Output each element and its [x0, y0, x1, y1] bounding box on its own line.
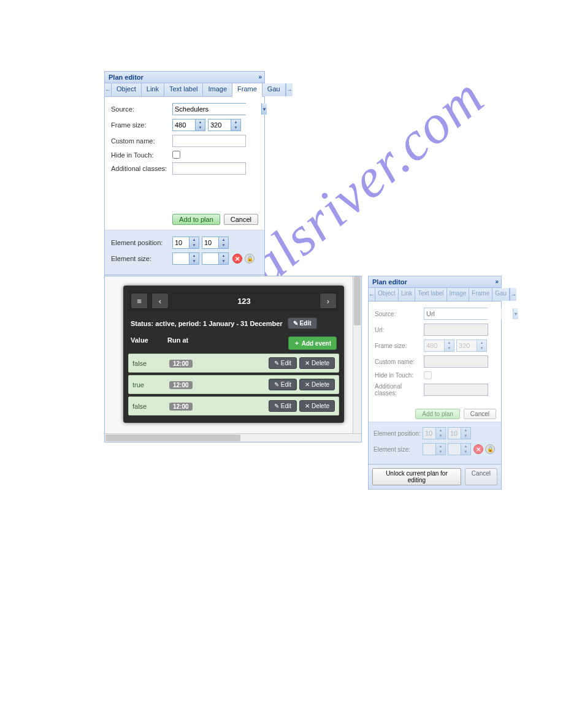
panel-header: Plan editor »	[105, 72, 264, 83]
edit-icon: ✎	[274, 360, 279, 366]
size-h-spinner[interactable]: ▲▼	[202, 252, 229, 265]
scroll-thumb[interactable]	[105, 434, 240, 441]
size-w-spinner: ▲▼	[423, 443, 446, 455]
tab-image[interactable]: Image	[203, 83, 232, 96]
row-delete-button[interactable]: ✕ Delete	[299, 379, 335, 390]
custom-name-input[interactable]	[172, 135, 246, 147]
tab-text-label[interactable]: Text label	[164, 83, 203, 96]
scheduler-row: false12:00✎ Edit✕ Delete	[128, 354, 339, 373]
lock-icon: 🔒	[485, 444, 495, 454]
prev-icon[interactable]: ‹	[151, 293, 169, 309]
tab-scroll-left-icon[interactable]: ←	[105, 83, 112, 96]
dropdown-icon: ▼	[513, 308, 518, 319]
custom-name-label: Custom name:	[375, 358, 424, 365]
add-event-button[interactable]: ＋Add event	[288, 336, 337, 350]
scheduler-row: false12:00✎ Edit✕ Delete	[128, 396, 339, 415]
collapse-icon[interactable]: »	[258, 74, 262, 80]
row-delete-button[interactable]: ✕ Delete	[299, 400, 335, 412]
frame-height-spinner: ▲▼	[456, 339, 487, 352]
next-icon[interactable]: ›	[320, 293, 337, 309]
status-edit-button[interactable]: ✎Edit	[288, 317, 317, 329]
size-w-spinner[interactable]: ▲▼	[172, 252, 199, 265]
scroll-thumb[interactable]	[354, 276, 361, 325]
frame-height-spinner[interactable]: ▲▼	[208, 119, 241, 131]
frame-width-input[interactable]	[173, 119, 195, 131]
additional-classes-input	[424, 384, 488, 396]
tab-gauge[interactable]: Gau	[492, 288, 510, 301]
lock-icon[interactable]: 🔒	[245, 254, 255, 264]
dropdown-icon[interactable]: ▼	[261, 104, 267, 115]
size-w-input	[423, 444, 435, 455]
size-h-input	[448, 444, 461, 455]
plan-editor-panel-1: Plan editor » ← Object Link Text label I…	[104, 71, 265, 294]
tab-scroll-right-icon[interactable]: →	[510, 288, 516, 301]
source-select[interactable]: ▼	[172, 103, 246, 115]
spin-up-icon[interactable]: ▲	[196, 119, 205, 125]
tab-frame[interactable]: Frame	[469, 288, 492, 301]
size-w-input[interactable]	[173, 253, 189, 264]
pos-x-spinner: ▲▼	[423, 427, 446, 439]
frame-height-input	[457, 340, 477, 351]
pos-x-input[interactable]	[173, 237, 189, 248]
frame-height-input[interactable]	[209, 119, 231, 131]
source-label: Source:	[111, 105, 172, 113]
spin-down-icon[interactable]: ▼	[231, 125, 240, 131]
tab-frame[interactable]: Frame	[232, 83, 262, 97]
delete-icon[interactable]: ✕	[232, 254, 242, 264]
add-to-plan-button: Add to plan	[415, 409, 460, 419]
scheduler-widget: ≡ ‹ 123 › Status: active, period: 1 Janu…	[123, 286, 344, 423]
horizontal-scrollbar[interactable]	[105, 433, 361, 442]
hide-touch-checkbox[interactable]	[172, 151, 180, 159]
custom-name-input	[424, 355, 488, 368]
row-runat: 12:00	[169, 360, 269, 367]
plan-editor-panel-2: Plan editor » ← Object Link Text label I…	[368, 276, 502, 490]
tab-image[interactable]: Image	[447, 288, 470, 301]
spin-up-icon[interactable]: ▲	[231, 119, 240, 125]
time-badge: 12:00	[169, 403, 193, 411]
tab-link[interactable]: Link	[399, 288, 415, 301]
source-value[interactable]	[173, 104, 261, 115]
tab-scroll-right-icon[interactable]: →	[286, 83, 293, 96]
panel-header: Plan editor »	[369, 276, 501, 288]
menu-icon[interactable]: ≡	[131, 293, 148, 309]
edit-icon: ✎	[274, 381, 279, 388]
cancel-button[interactable]: Cancel	[224, 214, 258, 225]
vertical-scrollbar[interactable]	[353, 276, 361, 433]
source-select: ▼	[424, 308, 488, 320]
size-h-spinner: ▲▼	[448, 443, 471, 455]
tab-text-label[interactable]: Text label	[415, 288, 446, 301]
url-label: Url:	[375, 327, 424, 333]
footer-cancel-button: Cancel	[465, 468, 497, 485]
col-runat-header: Run at	[167, 336, 288, 350]
tab-object[interactable]: Object	[112, 83, 142, 96]
row-edit-button[interactable]: ✎ Edit	[269, 379, 297, 390]
spin-down-icon[interactable]: ▼	[196, 125, 205, 131]
frame-width-spinner: ▲▼	[424, 339, 454, 352]
close-icon: ✕	[305, 381, 310, 388]
element-position-label: Element position:	[111, 239, 172, 246]
row-edit-button[interactable]: ✎ Edit	[269, 357, 297, 369]
source-label: Source:	[375, 311, 424, 317]
pos-y-input[interactable]	[202, 237, 218, 248]
row-edit-button[interactable]: ✎ Edit	[269, 400, 297, 412]
unlock-plan-button[interactable]: Unlock current plan for editing	[372, 468, 461, 485]
frame-width-spinner[interactable]: ▲▼	[172, 119, 205, 131]
tab-link[interactable]: Link	[142, 83, 164, 96]
hide-touch-checkbox	[424, 371, 432, 379]
tab-scroll-left-icon[interactable]: ←	[369, 288, 375, 301]
additional-classes-input[interactable]	[172, 162, 246, 175]
pos-x-spinner[interactable]: ▲▼	[172, 237, 199, 249]
url-input	[424, 324, 488, 336]
row-delete-button[interactable]: ✕ Delete	[299, 357, 335, 369]
tabstrip: ← Object Link Text label Image Frame Gau…	[369, 288, 501, 301]
add-to-plan-button[interactable]: Add to plan	[172, 214, 220, 225]
tab-object[interactable]: Object	[375, 288, 399, 301]
size-h-input[interactable]	[202, 253, 218, 264]
collapse-icon[interactable]: »	[495, 278, 499, 285]
source-value	[424, 308, 513, 319]
tab-gauge[interactable]: Gau	[262, 83, 286, 96]
pos-y-spinner: ▲▼	[448, 427, 471, 439]
row-value: false	[132, 360, 169, 367]
pos-y-spinner[interactable]: ▲▼	[202, 237, 229, 249]
row-value: false	[132, 403, 169, 410]
